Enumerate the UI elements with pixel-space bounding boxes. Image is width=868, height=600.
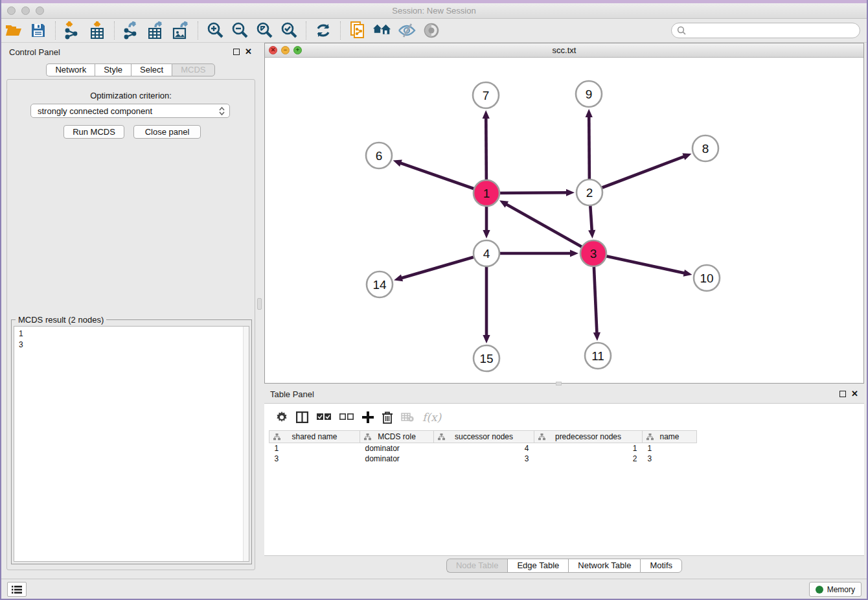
network-window: ✕ − + scc.txt 7968124314101511: [264, 43, 864, 384]
main-toolbar: [1, 19, 867, 43]
vertical-splitter-handle[interactable]: [257, 298, 262, 310]
zoom-selected-icon[interactable]: [279, 21, 299, 40]
tab-motifs[interactable]: Motifs: [640, 559, 682, 573]
table-cell[interactable]: 1: [643, 443, 697, 454]
refresh-icon[interactable]: [314, 21, 333, 40]
hide-network-icon[interactable]: [397, 21, 417, 40]
zoom-in-icon[interactable]: [205, 21, 225, 40]
show-network-icon[interactable]: [422, 21, 441, 40]
list-icon: [12, 585, 22, 594]
result-scrollbar[interactable]: [243, 327, 249, 561]
node-table-header[interactable]: shared nameMCDS rolesuccessor nodesprede…: [269, 431, 697, 443]
column-sort-icon: [273, 433, 280, 441]
table-settings-gear-icon[interactable]: [276, 410, 288, 424]
add-row-icon[interactable]: [362, 410, 374, 424]
edge-arrowhead: [483, 110, 490, 119]
edge-3-1[interactable]: [506, 204, 593, 253]
tab-node-table[interactable]: Node Table: [446, 559, 508, 573]
table-cell[interactable]: 1: [269, 443, 360, 454]
column-sort-icon: [364, 433, 371, 441]
graph-node-label: 4: [483, 247, 490, 260]
deselect-all-icon[interactable]: [339, 410, 354, 424]
memory-button[interactable]: Memory: [809, 582, 862, 597]
save-session-icon[interactable]: [29, 21, 48, 40]
edge-arrowhead: [570, 249, 578, 257]
table-row[interactable]: 3dominator323: [269, 454, 697, 464]
titlebar: Session: New Session: [1, 3, 867, 19]
graph-node-label: 15: [479, 352, 493, 365]
graph-node-label: 11: [591, 349, 604, 363]
horizontal-splitter-handle[interactable]: [556, 382, 562, 386]
table-panel-title: Table Panel: [270, 389, 314, 399]
mcds-result-box[interactable]: 1 3: [14, 326, 249, 562]
column-header-MCDS-role[interactable]: MCDS role: [360, 431, 434, 443]
table-cell[interactable]: 3: [269, 454, 360, 464]
search-box[interactable]: [671, 23, 860, 38]
table-panel-header: Table Panel ✕: [264, 386, 864, 402]
run-mcds-button[interactable]: Run MCDS: [63, 125, 124, 139]
network-window-title: scc.txt: [265, 45, 863, 55]
table-cell[interactable]: 3: [643, 454, 697, 464]
search-input[interactable]: [686, 26, 848, 35]
network-graph[interactable]: 7968124314101511: [265, 58, 863, 382]
function-builder-icon: f(x): [422, 410, 441, 424]
toolbar-separator: [306, 21, 306, 40]
toolbar-separator: [114, 21, 115, 40]
column-chooser-icon[interactable]: [296, 410, 308, 424]
edge-arrowhead: [394, 275, 403, 282]
tab-select[interactable]: Select: [131, 63, 172, 76]
select-all-icon[interactable]: [317, 410, 331, 424]
delete-table-icon: [401, 410, 414, 424]
column-header-successor-nodes[interactable]: successor nodes: [434, 431, 534, 443]
network-window-titlebar[interactable]: ✕ − + scc.txt: [265, 43, 863, 58]
tab-network-table[interactable]: Network Table: [568, 559, 640, 573]
edge-3-10[interactable]: [593, 253, 685, 273]
table-cell[interactable]: 4: [434, 443, 534, 454]
export-image-icon[interactable]: [171, 21, 190, 40]
edge-arrowhead: [483, 230, 490, 238]
zoom-fit-icon[interactable]: [255, 21, 274, 40]
edge-2-8[interactable]: [589, 156, 685, 192]
column-header-shared-name[interactable]: shared name: [269, 431, 360, 443]
tab-style[interactable]: Style: [95, 63, 131, 76]
node-table-body[interactable]: 1dominator4113dominator323: [269, 443, 697, 464]
table-row[interactable]: 1dominator411: [269, 443, 697, 454]
edge-arrowhead: [588, 230, 595, 238]
table-panel-tabs: Node Table Edge Table Network Table Moti…: [264, 559, 864, 573]
column-header-name[interactable]: name: [643, 431, 697, 443]
table-cell[interactable]: dominator: [360, 443, 434, 454]
table-cell[interactable]: dominator: [360, 454, 434, 464]
criterion-dropdown[interactable]: strongly connected component: [30, 104, 230, 118]
task-history-button[interactable]: [7, 582, 27, 597]
export-table-icon[interactable]: [146, 21, 166, 40]
export-network-icon[interactable]: [122, 21, 141, 40]
float-table-panel-icon[interactable]: [839, 391, 846, 397]
close-panel-icon[interactable]: ✕: [245, 49, 252, 55]
open-file-icon[interactable]: [4, 21, 23, 40]
table-cell[interactable]: 3: [434, 454, 534, 464]
tab-edge-table[interactable]: Edge Table: [507, 559, 568, 573]
graph-node-label: 2: [586, 186, 593, 200]
delete-row-icon[interactable]: [382, 410, 393, 424]
toolbar-separator: [55, 21, 56, 40]
float-panel-icon[interactable]: [233, 49, 240, 55]
table-cell[interactable]: 2: [534, 454, 643, 464]
table-cell[interactable]: 1: [534, 443, 643, 454]
column-sort-icon: [646, 433, 654, 441]
mcds-result-title: MCDS result (2 nodes): [16, 315, 106, 325]
edge-arrowhead: [393, 160, 402, 167]
column-header-predecessor-nodes[interactable]: predecessor nodes: [534, 431, 643, 443]
tab-mcds[interactable]: MCDS: [172, 63, 214, 76]
import-network-icon[interactable]: [63, 21, 82, 40]
graph-node-label: 9: [586, 87, 593, 101]
home-icon[interactable]: [372, 21, 392, 40]
import-table-icon[interactable]: [87, 21, 107, 40]
tab-network[interactable]: Network: [46, 63, 95, 76]
mcds-panel-body: Optimization criterion: strongly connect…: [6, 79, 255, 570]
zoom-out-icon[interactable]: [230, 21, 249, 40]
clone-network-icon[interactable]: [348, 21, 367, 40]
close-table-panel-icon[interactable]: ✕: [851, 391, 858, 397]
close-panel-button[interactable]: Close panel: [133, 125, 201, 139]
memory-label: Memory: [827, 585, 855, 594]
memory-status-icon: [816, 586, 823, 594]
